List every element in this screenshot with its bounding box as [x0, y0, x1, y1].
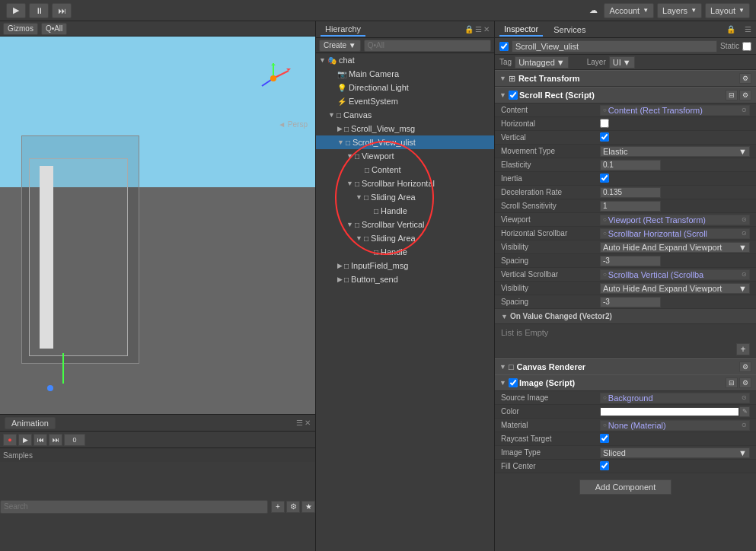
prop-dropdown-3[interactable]: Elastic▼ [600, 146, 750, 157]
rect-settings-btn[interactable]: ⚙ [739, 73, 751, 84]
img-prop-color-1[interactable]: ✎ [600, 406, 750, 417]
hierarchy-item-content[interactable]: □Content [316, 163, 494, 177]
inspector-menu-btn[interactable]: ☰ [745, 25, 751, 33]
search-add-btn[interactable]: + [271, 501, 285, 513]
prop-value-7 [600, 201, 750, 212]
hierarchy-item-icon: □ [355, 152, 359, 161]
hierarchy-item-handle-v[interactable]: □Handle [316, 245, 494, 259]
record-button[interactable]: ● [3, 434, 17, 446]
canvas-renderer-expand: ▼ [499, 363, 506, 371]
prop-dropdown-10[interactable]: Auto Hide And Expand Viewport▼ [600, 242, 750, 253]
frame-input[interactable]: 0 [64, 434, 85, 446]
canvas-renderer-header[interactable]: ▼ □ Canvas Renderer ⚙ [495, 358, 756, 374]
prop-objref-9[interactable]: ○Scrollbar Horizontal (Scroll⊙ [600, 228, 750, 239]
prop-input-4[interactable] [600, 160, 661, 170]
animation-tab[interactable]: Animation [5, 417, 56, 429]
hierarchy-item-scrollbar-v[interactable]: ▼□Scrollbar Vertical [316, 218, 494, 231]
pause-button[interactable]: ⏸ [29, 3, 49, 18]
add-component-btn[interactable]: Add Component [579, 479, 672, 495]
scene-all-button[interactable]: Q•All [41, 23, 67, 35]
img-prop-objref-2[interactable]: ○None (Material)⊙ [600, 420, 750, 431]
anim-prev-button[interactable]: ⏮ [33, 434, 47, 446]
hierarchy-item-scrollbar-h[interactable]: ▼□Scrollbar Horizontal [316, 177, 494, 190]
prop-value-6 [600, 187, 750, 198]
hierarchy-item-button-send[interactable]: ▶□Button_send [316, 272, 494, 286]
cloud-icon: ☁ [589, 5, 598, 15]
prop-objref-0[interactable]: ○Content (Rect Transform)⊙ [600, 105, 750, 116]
inspector-lock-btn[interactable]: 🔒 [726, 25, 735, 33]
prop-input-11[interactable] [600, 256, 661, 266]
object-enabled-checkbox[interactable] [499, 42, 509, 51]
hierarchy-tab[interactable]: Hierarchy [321, 23, 365, 37]
layout-dropdown[interactable]: Layout ▼ [705, 3, 750, 18]
hierarchy-item-sliding-area-v[interactable]: ▼□Sliding Area [316, 231, 494, 245]
hierarchy-item-chat[interactable]: ▼🎭chat [316, 53, 494, 67]
scroll-rect-header[interactable]: ▼ Scroll Rect (Script) ⊟ ⚙ [495, 87, 756, 104]
scroll-enabled-checkbox[interactable] [509, 91, 518, 100]
tag-dropdown[interactable]: Untagged ▼ [515, 56, 569, 68]
inspector-panel: Inspector Services 🔒 ☰ Static Tag Untagg… [495, 21, 756, 551]
hierarchy-item-handle-h[interactable]: □Handle [316, 204, 494, 218]
anim-panel-close[interactable]: ✕ [305, 419, 311, 427]
hierarchy-item-dir-light[interactable]: 💡Directional Light [316, 81, 494, 94]
hierarchy-item-canvas[interactable]: ▼□Canvas [316, 108, 494, 122]
object-name-input[interactable] [512, 40, 717, 53]
image-script-btn[interactable]: ⊟ [726, 377, 738, 388]
prop-input-14[interactable] [600, 297, 661, 307]
image-settings-btn[interactable]: ⚙ [739, 377, 751, 388]
img-prop-checkbox-3[interactable] [600, 434, 609, 443]
scroll-settings-btn[interactable]: ⚙ [739, 90, 751, 100]
prop-dropdown-13[interactable]: Auto Hide And Expand Viewport▼ [600, 283, 750, 294]
img-prop-dropdown-4[interactable]: Sliced▼ [600, 447, 750, 458]
hier-lock-btn[interactable]: 🔒 [464, 25, 474, 33]
layers-dropdown[interactable]: Layers ▼ [657, 3, 702, 18]
account-dropdown[interactable]: Account ▼ [604, 3, 654, 18]
img-prop-label-5: Fill Center [501, 462, 600, 470]
image-enabled-checkbox[interactable] [509, 378, 518, 387]
hierarchy-content[interactable]: ▼🎭chat📷Main Camera💡Directional Light⚡Eve… [316, 53, 494, 551]
prop-checkbox-1[interactable] [600, 119, 609, 128]
rect-transform-header[interactable]: ▼ ⊞ Rect Transform ⚙ [495, 70, 756, 87]
services-tab[interactable]: Services [549, 24, 590, 36]
prop-checkbox-2[interactable] [600, 132, 609, 142]
hierarchy-item-main-camera[interactable]: 📷Main Camera [316, 67, 494, 81]
step-button[interactable]: ⏭ [52, 3, 72, 18]
create-button[interactable]: Create ▼ [319, 40, 361, 52]
add-event-btn[interactable]: + [736, 343, 750, 355]
image-btns: ⊟ ⚙ [726, 377, 751, 388]
scroll-script-btn[interactable]: ⊟ [726, 90, 738, 100]
bottom-search-input[interactable] [0, 500, 268, 514]
layer-dropdown[interactable]: UI ▼ [609, 56, 635, 68]
hierarchy-item-scroll-msg[interactable]: ▶□Scroll_View_msg [316, 122, 494, 135]
anim-next-button[interactable]: ⏭ [49, 434, 62, 446]
play-button[interactable]: ▶ [6, 3, 26, 18]
search-gear-btn[interactable]: ⚙ [286, 501, 300, 513]
image-script-header[interactable]: ▼ Image (Script) ⊟ ⚙ [495, 374, 756, 391]
hierarchy-item-label: Main Camera [349, 69, 399, 78]
hierarchy-item-inputfield[interactable]: ▶□InputField_msg [316, 259, 494, 272]
inspector-tab[interactable]: Inspector [499, 23, 543, 37]
hierarchy-item-scroll-ulist[interactable]: ▼□Scroll_View_ulist [316, 135, 494, 149]
img-prop-objref-0[interactable]: ○Background⊙ [600, 393, 750, 403]
static-checkbox[interactable] [742, 42, 751, 51]
hierarchy-search[interactable] [364, 40, 491, 52]
hierarchy-item-viewport[interactable]: ▼□Viewport [316, 149, 494, 163]
anim-panel-menu[interactable]: ☰ [296, 419, 303, 427]
gizmos-button[interactable]: Gizmos [3, 23, 38, 35]
hier-menu-btn[interactable]: ☰ [475, 25, 482, 33]
hier-close-btn[interactable]: ✕ [483, 25, 490, 33]
search-star-btn[interactable]: ★ [301, 501, 315, 513]
prop-objref-12[interactable]: ○Scrollba Vertical (Scrollba⊙ [600, 269, 750, 280]
prop-objref-8[interactable]: ○Viewport (Rect Transform)⊙ [600, 215, 750, 225]
prop-value-8: ○Viewport (Rect Transform)⊙ [600, 215, 750, 225]
hierarchy-item-eventsystem[interactable]: ⚡EventSystem [316, 94, 494, 108]
prop-input-7[interactable] [600, 201, 661, 212]
scroll-prop-row-9: Horizontal Scrollbar○Scrollbar Horizonta… [495, 227, 756, 240]
prop-input-6[interactable] [600, 187, 661, 198]
on-value-changed-header: ▼ On Value Changed (Vector2) [495, 309, 756, 324]
prop-checkbox-5[interactable] [600, 174, 609, 183]
canvas-renderer-settings-btn[interactable]: ⚙ [739, 361, 751, 372]
hierarchy-item-sliding-area-h[interactable]: ▼□Sliding Area [316, 190, 494, 204]
anim-play-button[interactable]: ▶ [18, 434, 32, 446]
img-prop-checkbox-5[interactable] [600, 461, 609, 470]
